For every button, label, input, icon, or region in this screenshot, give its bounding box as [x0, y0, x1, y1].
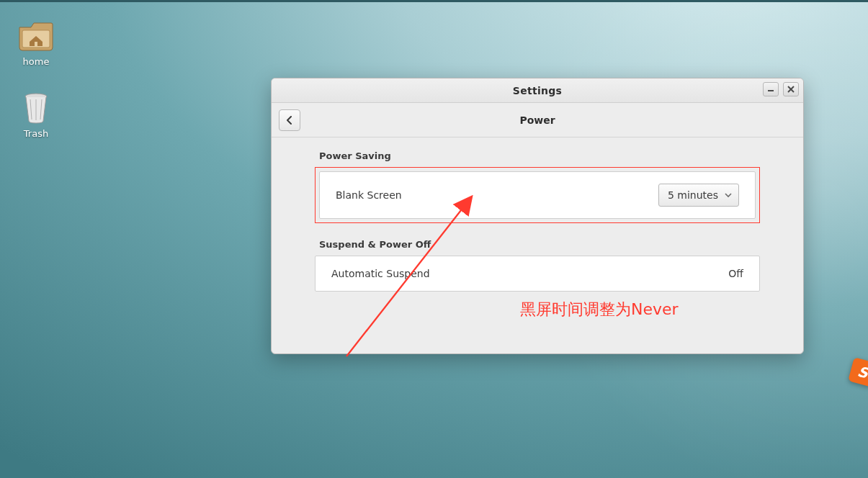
desktop-icon-home-label: home	[20, 55, 53, 68]
desktop[interactable]: home Trash Settings	[0, 0, 868, 478]
app-badge-icon[interactable]: S	[848, 357, 868, 387]
blank-screen-dropdown[interactable]: 5 minutes	[658, 184, 739, 207]
blank-screen-label: Blank Screen	[336, 189, 402, 201]
desktop-icon-home[interactable]: home	[4, 20, 68, 68]
top-panel-strip	[0, 0, 868, 2]
automatic-suspend-value: Off	[728, 268, 743, 279]
back-button[interactable]	[279, 109, 300, 131]
blank-screen-dropdown-value: 5 minutes	[668, 189, 718, 201]
settings-page-title: Power	[519, 114, 555, 126]
chevron-down-icon	[724, 191, 733, 199]
automatic-suspend-row[interactable]: Automatic Suspend Off	[316, 256, 759, 291]
power-saving-panel: Blank Screen 5 minutes	[319, 171, 756, 219]
folder-home-icon	[18, 20, 54, 52]
svg-rect-1	[35, 42, 37, 46]
section-heading-suspend: Suspend & Power Off	[319, 239, 760, 250]
desktop-icon-trash-label: Trash	[21, 127, 51, 140]
annotation-text: 黑屏时间调整为Never	[520, 299, 679, 320]
blank-screen-row[interactable]: Blank Screen 5 minutes	[320, 172, 755, 218]
annotation-highlight-box: Blank Screen 5 minutes	[315, 167, 760, 223]
window-titlebar[interactable]: Settings	[272, 78, 803, 103]
window-subheader: Power	[272, 103, 803, 137]
minimize-button[interactable]	[763, 82, 779, 96]
window-title: Settings	[513, 85, 562, 96]
section-heading-power-saving: Power Saving	[319, 150, 760, 161]
automatic-suspend-label: Automatic Suspend	[331, 268, 430, 279]
trash-icon	[18, 92, 54, 124]
close-button[interactable]	[783, 82, 799, 96]
app-badge-letter: S	[856, 363, 868, 382]
desktop-icon-trash[interactable]: Trash	[4, 92, 68, 140]
suspend-panel: Automatic Suspend Off	[315, 256, 760, 292]
